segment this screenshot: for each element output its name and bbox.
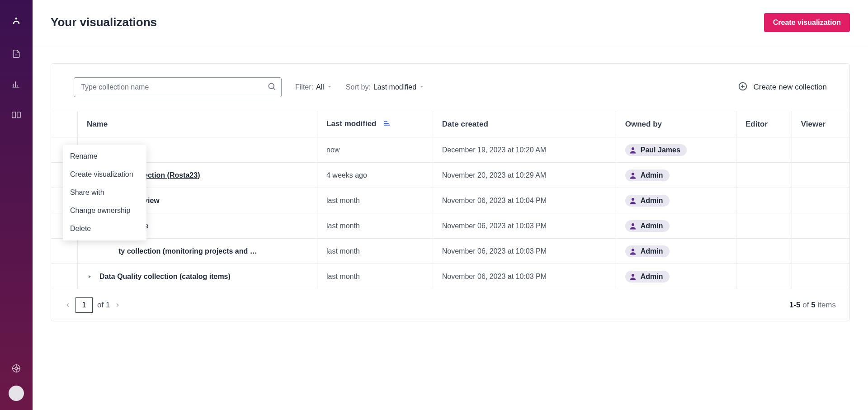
last-modified-cell: 4 weeks ago (317, 163, 433, 188)
owner-name: Paul James (641, 146, 680, 154)
svg-point-24 (632, 173, 634, 175)
svg-point-28 (632, 274, 634, 277)
expand-toggle-icon[interactable] (87, 274, 92, 279)
toolbar: Filter: All Sort by: Last modified (51, 64, 849, 111)
last-modified-cell: now (317, 137, 433, 163)
table-row: es overviewlast monthNovember 06, 2023 a… (51, 188, 849, 213)
page-header: Your visualizations Create visualization (33, 0, 868, 45)
table-row: SamplenowDecember 19, 2023 at 10:20 AMPa… (51, 137, 849, 163)
context-menu-share-with[interactable]: Share with (63, 184, 146, 202)
filter-label: Filter: (295, 83, 313, 91)
filter-dropdown[interactable]: Filter: All (295, 83, 332, 91)
column-editor[interactable]: Editor (745, 120, 768, 128)
owner-pill: Admin (625, 220, 670, 232)
search-icon (267, 82, 276, 93)
svg-point-12 (269, 83, 274, 89)
date-created-cell: November 06, 2023 at 10:03 PM (433, 264, 616, 289)
date-created-cell: November 20, 2023 at 10:29 AM (433, 163, 616, 188)
owner-name: Admin (641, 247, 663, 255)
chevron-down-icon (419, 83, 425, 91)
sidebar (0, 0, 33, 410)
owner-pill: Admin (625, 195, 670, 207)
create-collection-button[interactable]: Create new collection (738, 81, 827, 94)
next-page-button[interactable] (114, 302, 121, 308)
column-name[interactable]: Name (87, 120, 108, 128)
collection-name[interactable]: Data Quality collection (catalog items) (99, 273, 231, 281)
table-row: ormancelast monthNovember 06, 2023 at 10… (51, 213, 849, 239)
table-row: ty collection (monitoring projects and m… (51, 239, 849, 264)
date-created-cell: December 19, 2023 at 10:20 AM (433, 137, 616, 163)
last-modified-cell: last month (317, 213, 433, 239)
collections-card: Filter: All Sort by: Last modified (51, 63, 850, 321)
sort-value: Last modified (373, 83, 416, 91)
sort-dropdown[interactable]: Sort by: Last modified (346, 83, 425, 91)
date-created-cell: November 06, 2023 at 10:03 PM (433, 213, 616, 239)
svg-point-0 (15, 18, 18, 20)
sort-label: Sort by: (346, 83, 371, 91)
owner-name: Admin (641, 171, 663, 179)
collection-name[interactable]: ty collection (monitoring projects and m… (118, 247, 261, 255)
svg-point-27 (632, 249, 634, 251)
last-modified-cell: last month (317, 239, 433, 264)
column-owned-by[interactable]: Owned by (625, 120, 662, 128)
nav-document-icon[interactable] (7, 45, 25, 63)
user-avatar[interactable] (9, 386, 24, 401)
create-collection-label: Create new collection (753, 83, 827, 92)
owner-pill: Admin (625, 271, 670, 283)
date-created-cell: November 06, 2023 at 10:03 PM (433, 239, 616, 264)
svg-point-7 (15, 367, 18, 370)
chevron-down-icon (327, 83, 332, 91)
owner-pill: Admin (625, 170, 670, 181)
prev-page-button[interactable] (65, 302, 71, 308)
total-pages: 1 (106, 301, 110, 309)
pagination: of 1 1-5 of 5 items (51, 289, 849, 321)
last-modified-cell: last month (317, 188, 433, 213)
of-label: of (97, 301, 104, 309)
owner-name: Admin (641, 222, 663, 230)
date-created-cell: November 06, 2023 at 10:04 PM (433, 188, 616, 213)
context-menu: Rename Create visualization Share with C… (63, 145, 146, 240)
owner-pill: Admin (625, 245, 670, 257)
svg-point-25 (632, 198, 634, 201)
nav-book-icon[interactable] (7, 106, 25, 124)
column-viewer[interactable]: Viewer (801, 120, 826, 128)
svg-point-26 (632, 223, 634, 226)
create-visualization-button[interactable]: Create visualization (764, 13, 850, 32)
context-menu-delete[interactable]: Delete (63, 220, 146, 238)
collections-table: Name Last modified Date created Owned by… (51, 111, 849, 289)
owner-name: Admin (641, 197, 663, 205)
context-menu-rename[interactable]: Rename (63, 147, 146, 165)
sort-ascending-icon (383, 120, 391, 128)
svg-point-23 (632, 147, 634, 150)
app-logo (11, 16, 22, 27)
plus-circle-icon (738, 81, 748, 94)
filter-value: All (316, 83, 324, 91)
table-row: Data Quality collection (catalog items)l… (51, 264, 849, 289)
svg-line-13 (274, 88, 275, 90)
page-title: Your visualizations (51, 15, 157, 29)
of-label-2: of (802, 301, 809, 309)
owner-pill: Paul James (625, 144, 687, 156)
nav-chart-icon[interactable] (7, 75, 25, 94)
table-row: mo collection (Rosta23)4 weeks agoNovemb… (51, 163, 849, 188)
settings-icon[interactable] (7, 359, 25, 377)
column-date-created[interactable]: Date created (442, 120, 488, 128)
page-input[interactable] (75, 297, 93, 313)
items-label: items (817, 301, 836, 309)
items-range: 1-5 (789, 301, 801, 309)
total-items: 5 (811, 301, 815, 309)
last-modified-cell: last month (317, 264, 433, 289)
search-input[interactable] (74, 77, 282, 97)
owner-name: Admin (641, 273, 663, 281)
context-menu-create-visualization[interactable]: Create visualization (63, 165, 146, 184)
context-menu-change-ownership[interactable]: Change ownership (63, 202, 146, 220)
column-last-modified[interactable]: Last modified (326, 119, 377, 128)
